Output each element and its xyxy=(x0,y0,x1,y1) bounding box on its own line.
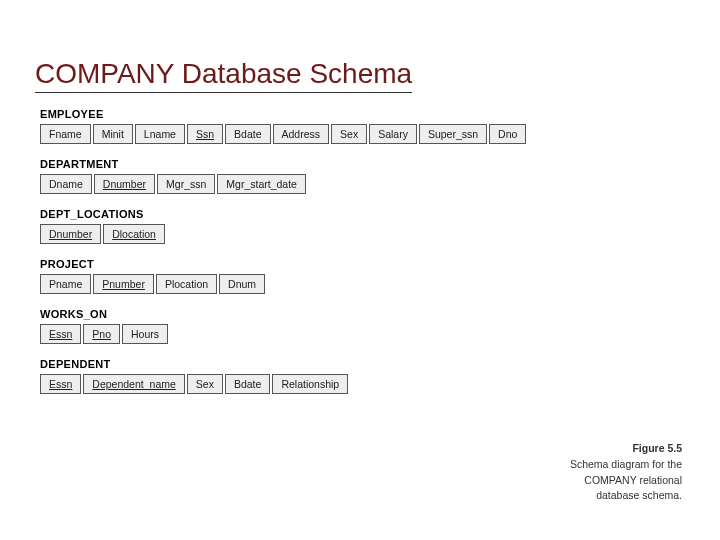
table-name: PROJECT xyxy=(40,258,570,270)
attr-cell-key: Dnumber xyxy=(40,224,101,244)
attr-cell: Mgr_ssn xyxy=(157,174,215,194)
attr-cell-key: Dlocation xyxy=(103,224,165,244)
table-block: EMPLOYEEFnameMinitLnameSsnBdateAddressSe… xyxy=(40,108,570,144)
page-title: COMPANY Database Schema xyxy=(35,58,412,93)
table-block: WORKS_ONEssnPnoHours xyxy=(40,308,570,344)
table-name: DEPT_LOCATIONS xyxy=(40,208,570,220)
table-block: DEPARTMENTDnameDnumberMgr_ssnMgr_start_d… xyxy=(40,158,570,194)
attr-cell: Dname xyxy=(40,174,92,194)
table-name: EMPLOYEE xyxy=(40,108,570,120)
attr-cell: Pname xyxy=(40,274,91,294)
attr-cell: Sex xyxy=(331,124,367,144)
attr-cell-key: Pno xyxy=(83,324,120,344)
attr-cell: Plocation xyxy=(156,274,217,294)
attr-cell: Salary xyxy=(369,124,417,144)
attr-row: DnameDnumberMgr_ssnMgr_start_date xyxy=(40,174,570,194)
table-name: DEPARTMENT xyxy=(40,158,570,170)
attr-cell-key: Dnumber xyxy=(94,174,155,194)
table-name: DEPENDENT xyxy=(40,358,570,370)
attr-cell: Hours xyxy=(122,324,168,344)
attr-cell-key: Pnumber xyxy=(93,274,154,294)
attr-row: PnamePnumberPlocationDnum xyxy=(40,274,570,294)
table-block: PROJECTPnamePnumberPlocationDnum xyxy=(40,258,570,294)
attr-cell-key: Essn xyxy=(40,374,81,394)
table-name: WORKS_ON xyxy=(40,308,570,320)
attr-cell: Lname xyxy=(135,124,185,144)
attr-cell-key: Dependent_name xyxy=(83,374,184,394)
attr-row: EssnDependent_nameSexBdateRelationship xyxy=(40,374,570,394)
attr-cell-key: Ssn xyxy=(187,124,223,144)
caption-title: Figure 5.5 xyxy=(552,441,682,457)
caption-text: Schema diagram for the COMPANY relationa… xyxy=(570,458,682,502)
attr-cell: Bdate xyxy=(225,374,270,394)
attr-cell: Mgr_start_date xyxy=(217,174,306,194)
attr-cell: Super_ssn xyxy=(419,124,487,144)
attr-cell: Fname xyxy=(40,124,91,144)
attr-cell: Dnum xyxy=(219,274,265,294)
attr-row: FnameMinitLnameSsnBdateAddressSexSalaryS… xyxy=(40,124,570,144)
attr-cell: Address xyxy=(273,124,330,144)
table-block: DEPENDENTEssnDependent_nameSexBdateRelat… xyxy=(40,358,570,394)
schema-container: EMPLOYEEFnameMinitLnameSsnBdateAddressSe… xyxy=(40,108,570,408)
attr-row: DnumberDlocation xyxy=(40,224,570,244)
attr-cell: Sex xyxy=(187,374,223,394)
attr-cell: Bdate xyxy=(225,124,270,144)
figure-caption: Figure 5.5 Schema diagram for the COMPAN… xyxy=(552,441,682,504)
attr-row: EssnPnoHours xyxy=(40,324,570,344)
attr-cell: Relationship xyxy=(272,374,348,394)
attr-cell: Minit xyxy=(93,124,133,144)
table-block: DEPT_LOCATIONSDnumberDlocation xyxy=(40,208,570,244)
attr-cell: Dno xyxy=(489,124,526,144)
attr-cell-key: Essn xyxy=(40,324,81,344)
